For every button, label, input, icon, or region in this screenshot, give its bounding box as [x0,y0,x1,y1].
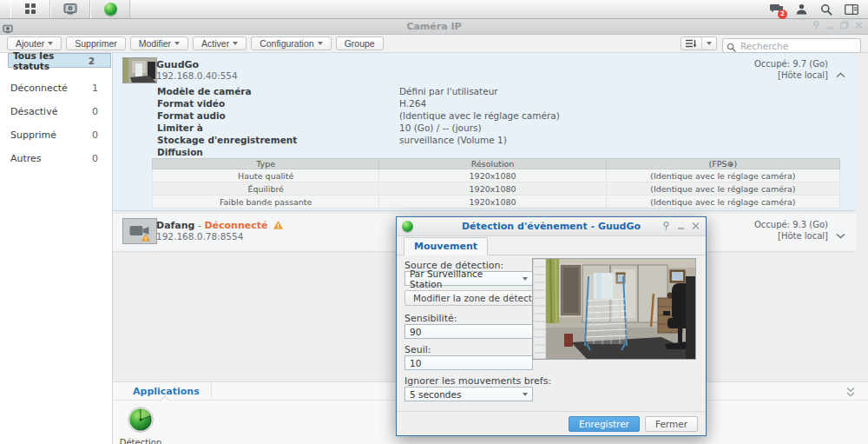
notifications-button[interactable]: 2 [768,3,784,17]
restore-window-icon[interactable] [840,21,849,30]
warning-icon [273,221,283,229]
chevron-down-icon [836,233,845,239]
window-titlebar: Caméra IP [0,19,868,35]
diffusion-label: Diffusion [157,147,399,157]
status-sidebar: Tous les statuts2 Normal1 Déconnecté1 Dé… [0,53,113,444]
col-fps: (FPS⊕) [606,159,839,169]
detail-row: Stockage d'enregistrementsurveillance (V… [157,135,507,145]
widgets-icon [845,4,858,15]
taskbar-app-surveillance-button[interactable] [50,0,90,18]
configuration-button[interactable]: Configuration [251,36,331,50]
dialog-footer: Enregistrer Fermer [397,411,706,435]
expand-row-button[interactable] [836,226,845,242]
app-label: Détection d'évènement [114,439,168,444]
host-label: [Hôte local] [778,231,828,241]
sidebar-item-disabled[interactable]: Désactivé0 [0,100,112,123]
minimize-window-icon[interactable] [826,21,834,30]
dafang-thumbnail [122,218,157,244]
table-header-row: Type Résolution (FPS⊕) [153,159,840,169]
save-button[interactable]: Enregistrer [569,416,640,432]
disconnected-status: Déconnecté [204,220,267,231]
col-type: Type [153,159,379,169]
caret-down-icon [233,42,238,45]
sort-button[interactable] [681,36,717,50]
delete-button[interactable]: Supprimer [66,36,125,50]
sidebar-item-others[interactable]: Autres0 [0,147,112,170]
taskbar: 2 [0,0,868,19]
enable-button[interactable]: Activer [193,36,247,50]
threshold-input[interactable] [404,355,533,370]
camera-row-guudgo[interactable]: GuudGo 192.168.0.40:554 Occupé: 9.7 (Go)… [113,53,856,211]
status-count: 2 [89,56,95,66]
status-count: 0 [92,106,98,117]
window-controls [812,21,863,30]
detail-row: Limiter à10 (Go) / -- (jours) [157,123,482,133]
event-detection-app[interactable]: Détection d'évènement [114,407,168,444]
search-icon [820,3,832,16]
caret-down-icon [523,277,528,281]
detail-row: Modèle de caméraDéfini par l'utilisateur [157,86,498,96]
minimize-dialog-icon[interactable] [677,222,685,230]
guudgo-thumbnail [122,57,157,83]
detail-row: Format audio(Identique avec le réglage c… [157,110,560,121]
sidebar-item-all-status[interactable]: Tous les statuts2 [8,53,111,68]
dialog-titlebar[interactable]: Détection d'évènement - GuudGo [397,217,706,236]
detection-source-select[interactable]: Par Surveillance Station [404,271,533,286]
notification-badge: 2 [778,10,787,19]
camera-preview-image [532,258,696,360]
sort-options-caret[interactable] [701,37,716,50]
taskbar-app-station-button[interactable] [90,0,130,18]
pin-dialog-icon[interactable] [662,222,670,230]
occupied-size: Occupé: 9.7 (Go) [754,59,828,69]
table-row[interactable]: Faible bande passante 1920x1080 (Identiq… [153,195,840,209]
close-dialog-icon[interactable] [692,222,700,230]
edit-button[interactable]: Modifier [130,36,188,50]
detail-row: Format vidéoH.264 [157,98,426,109]
event-detection-radar-icon [128,407,154,433]
host-label: [Hôte local] [778,70,828,80]
camera-name: GuudGo [156,59,199,70]
caret-down-icon [174,42,180,45]
warning-icon [141,234,150,242]
widgets-panel-button[interactable] [844,3,859,17]
main-menu-button[interactable] [10,0,50,18]
group-button[interactable]: Groupe [336,36,384,50]
collapse-row-button[interactable] [836,65,845,82]
event-detection-dialog: Détection d'évènement - GuudGo Mouvement… [396,216,707,436]
ignore-brief-label: Ignorer les mouvements brefs: [404,375,551,387]
search-input[interactable] [722,38,861,53]
surveillance-app-icon [63,3,77,15]
close-window-icon[interactable] [855,21,863,30]
search-box [722,36,861,51]
chevron-up-icon [836,72,845,78]
camera-address: 192.168.0.78:8554 [156,231,243,242]
collapse-panel-button[interactable] [845,385,856,401]
main-menu-grid-icon [25,3,36,15]
tab-applications[interactable]: Applications [122,382,212,401]
sort-icon [681,36,701,52]
sensitivity-label: Sensibilité: [404,313,457,324]
tab-movement[interactable]: Mouvement [404,237,488,255]
occupied-size: Occupé: 9.3 (Go) [754,220,828,229]
taskbar-right: 2 [768,0,868,18]
camera-name-status: Dafang - Déconnecté [156,220,283,231]
pin-window-icon[interactable] [812,21,820,30]
table-row[interactable]: Haute qualité 1920x1080 (Identique avec … [153,169,840,182]
close-button[interactable]: Fermer [645,416,698,432]
sensitivity-input[interactable] [404,324,533,339]
sidebar-item-disconnected[interactable]: Déconnecté1 [0,76,112,100]
add-button[interactable]: Ajouter [7,36,62,50]
user-menu-button[interactable] [793,3,809,17]
surveillance-station-screen: 2 [0,0,868,444]
threshold-label: Seuil: [404,344,431,355]
camera-storage-info: Occupé: 9.7 (Go) [Hôte local] [754,58,828,81]
ignore-brief-select[interactable]: 5 secondes [404,387,533,401]
caret-down-icon [318,42,323,45]
global-search-button[interactable] [819,3,834,17]
camera-address: 192.168.0.40:554 [156,70,238,81]
user-icon [796,3,807,15]
table-row[interactable]: Équilibré 1920x1080 (Identique avec le r… [153,182,840,195]
caret-down-icon [48,42,53,45]
col-resolution: Résolution [379,159,606,169]
sidebar-item-deleted[interactable]: Supprimé0 [0,123,112,147]
